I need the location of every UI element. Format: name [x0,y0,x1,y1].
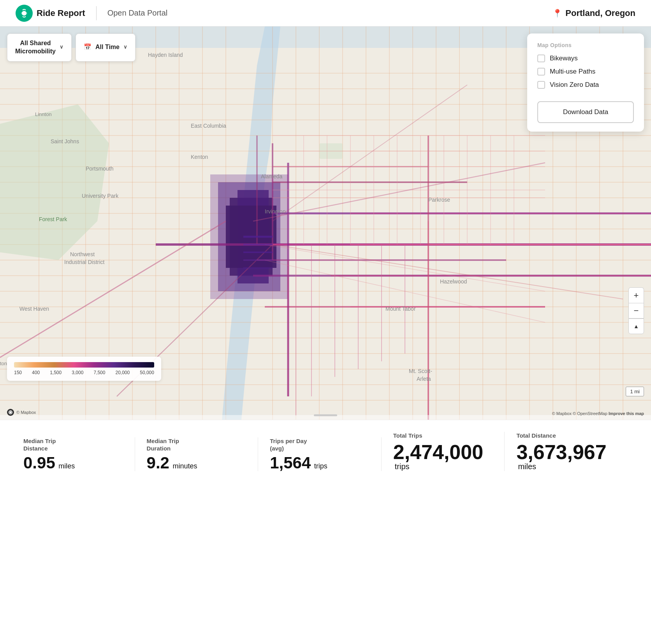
bikeways-checkbox[interactable] [537,55,545,62]
svg-point-1 [22,11,26,16]
vision-zero-checkbox[interactable] [537,81,545,89]
improve-map-link[interactable]: Improve this map [609,411,644,416]
scale-bar: 1 mi [626,387,644,396]
svg-text:Forest Park: Forest Park [39,216,67,222]
location-pin-icon: 📍 [552,9,562,18]
header: Ride Report Open Data Portal 📍 Portland,… [0,0,651,26]
legend-val-5: 20,000 [115,370,130,375]
download-data-button[interactable]: Download Data [537,101,634,123]
stat-median-duration-label: Median TripDuration [147,437,246,452]
stat-total-distance: Total Distance 3,673,967 miles [505,432,628,471]
legend-labels: 150 400 1,500 3,000 7,500 20,000 50,000 [14,370,154,375]
mobility-label: All SharedMicromobility [15,39,56,56]
mobility-dropdown[interactable]: All SharedMicromobility ∨ [7,33,72,62]
svg-text:West Haven: West Haven [19,306,49,312]
svg-text:ton: ton [0,361,7,366]
header-divider [96,6,97,20]
multiuse-paths-label: Multi-use Paths [550,68,595,76]
time-chevron-icon: ∨ [123,44,127,51]
map-controls: All SharedMicromobility ∨ 📅 All Time ∨ [7,33,135,62]
svg-text:Portsmouth: Portsmouth [86,165,114,172]
legend-val-3: 3,000 [72,370,83,375]
drag-handle[interactable] [314,414,337,416]
svg-text:Mt. Scott-: Mt. Scott- [409,368,432,374]
svg-text:East Columbia: East Columbia [191,123,226,129]
logo-icon [16,5,33,22]
header-left: Ride Report Open Data Portal [16,5,167,22]
svg-text:Industrial District: Industrial District [64,259,105,265]
svg-text:Linnton: Linnton [35,111,52,117]
stat-median-distance: Median TripDistance 0.95 miles [23,437,135,471]
legend-gradient [14,362,154,368]
stat-median-duration-value: 9.2 minutes [147,455,246,471]
bikeways-label: Bikeways [550,55,578,62]
zoom-out-button[interactable]: − [628,303,644,318]
legend-val-4: 7,500 [93,370,105,375]
portal-text: Open Data Portal [107,9,168,18]
multiuse-paths-checkbox[interactable] [537,68,545,76]
vision-zero-label: Vision Zero Data [550,81,599,89]
map-options-title: Map Options [537,42,634,48]
stats-bar: Median TripDistance 0.95 miles Median Tr… [0,420,651,483]
stat-trips-per-day: Trips per Day(avg) 1,564 trips [258,437,382,471]
legend-val-6: 50,000 [140,370,154,375]
stat-total-trips: Total Trips 2,474,000 trips [382,432,505,471]
legend-val-0: 150 [14,370,22,375]
map-container[interactable]: Hayden Island Linnton Saint Johns Portsm… [0,26,651,420]
svg-text:Alameda: Alameda [261,173,282,179]
svg-text:Irvington: Irvington [265,208,286,215]
time-label: All Time [95,43,120,51]
svg-text:Saint Johns: Saint Johns [51,138,79,144]
bikeways-option: Bikeways [537,55,634,62]
mapbox-logo-icon [7,409,14,416]
svg-line-101 [273,245,623,299]
legend-val-2: 1,500 [50,370,62,375]
compass-button[interactable]: ▲ [628,318,644,334]
location-text: Portland, Oregon [565,8,635,18]
legend-val-1: 400 [32,370,40,375]
multiuse-paths-option: Multi-use Paths [537,68,634,76]
svg-text:Mount Tabor: Mount Tabor [385,306,416,312]
stat-trips-per-day-value: 1,564 trips [270,455,369,471]
zoom-controls: + − ▲ [628,287,644,334]
svg-text:University Park: University Park [82,193,119,199]
stat-median-duration: Median TripDuration 9.2 minutes [135,437,259,471]
stat-total-trips-label: Total Trips [393,432,493,440]
zoom-in-button[interactable]: + [628,287,644,303]
logo-text: Ride Report [37,8,85,18]
svg-text:Parkrose: Parkrose [428,197,450,203]
stat-total-trips-value: 2,474,000 trips [393,442,493,471]
logo: Ride Report [16,5,85,22]
svg-text:Hazelwood: Hazelwood [440,278,467,285]
stat-median-distance-label: Median TripDistance [23,437,123,452]
time-dropdown[interactable]: 📅 All Time ∨ [76,33,135,62]
stat-total-distance-value: 3,673,967 miles [516,442,616,471]
header-right: 📍 Portland, Oregon [552,8,635,18]
stat-median-distance-value: 0.95 miles [23,455,123,471]
legend: 150 400 1,500 3,000 7,500 20,000 50,000 [7,357,161,381]
mobility-chevron-icon: ∨ [60,44,63,51]
svg-text:Hayden Island: Hayden Island [148,52,183,58]
map-options-panel: Map Options Bikeways Multi-use Paths Vis… [527,33,644,132]
vision-zero-option: Vision Zero Data [537,81,634,89]
stat-total-distance-label: Total Distance [516,432,616,440]
mapbox-logo: © Mapbox [7,409,36,416]
map-attribution: © Mapbox © OpenStreetMap Improve this ma… [552,411,644,416]
svg-text:Arleta: Arleta [417,376,431,382]
svg-text:Northwest: Northwest [70,251,95,257]
stat-trips-per-day-label: Trips per Day(avg) [270,437,369,452]
svg-text:Kenton: Kenton [191,154,208,160]
mapbox-credit: © Mapbox [16,410,36,415]
calendar-icon: 📅 [84,43,91,51]
